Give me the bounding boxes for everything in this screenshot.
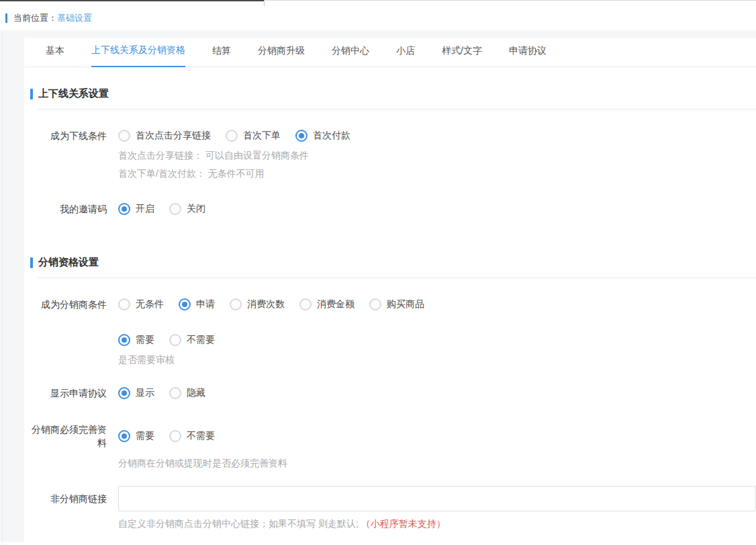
- tab-apply-agreement[interactable]: 申请协议: [509, 45, 547, 67]
- radio-icon: [169, 430, 181, 442]
- row-become-distributor-condition: 成为分销商条件 无条件 申请 消费次数 消费金额: [24, 298, 756, 311]
- radio-invite-off[interactable]: 关闭: [169, 203, 205, 215]
- radio-agreement-hide[interactable]: 隐藏: [169, 387, 205, 399]
- radio-group-need-audit: 需要 不需要: [118, 334, 230, 346]
- settings-card: 基本 上下线关系及分销资格 结算 分销商升级 分销中心 小店 样式/文字 申请协…: [24, 38, 756, 542]
- radio-first-payment[interactable]: 首次付款: [295, 130, 350, 142]
- radio-icon-checked: [295, 130, 308, 142]
- radio-icon: [226, 130, 238, 142]
- top-tick: [264, 0, 265, 6]
- radio-icon: [230, 298, 242, 310]
- section-accent-bar: [30, 257, 33, 268]
- radio-label: 需要: [136, 334, 154, 346]
- radio-icon-checked: [179, 298, 191, 310]
- radio-label: 首次付款: [313, 130, 350, 142]
- radio-label: 首次下单: [243, 130, 281, 142]
- radio-icon: [118, 130, 130, 142]
- radio-label: 无条件: [136, 298, 164, 310]
- radio-no-condition[interactable]: 无条件: [118, 298, 164, 310]
- help-first-order-pay: 首次下单/首次付款： 无条件不可用: [118, 167, 756, 180]
- radio-label: 隐藏: [187, 387, 205, 399]
- radio-group-complete-profile: 需要 不需要: [118, 430, 230, 442]
- radio-label: 关闭: [187, 203, 205, 215]
- section-divider: [38, 278, 756, 278]
- row-label: 我的邀请码: [24, 202, 118, 216]
- radio-icon-checked: [118, 387, 130, 399]
- radio-icon: [169, 334, 181, 346]
- section-title-updown-relation: 上下线关系设置: [30, 87, 756, 100]
- radio-consume-times[interactable]: 消费次数: [230, 298, 285, 310]
- radio-icon: [169, 387, 181, 399]
- radio-group-invite-code: 开启 关闭: [118, 203, 220, 215]
- section-title-text: 上下线关系设置: [38, 87, 109, 100]
- row-distributor-complete-profile: 分销商必须完善资料 需要 不需要: [24, 423, 756, 450]
- section-divider: [38, 109, 756, 110]
- row-label: 非分销商链接: [24, 492, 118, 505]
- tab-shop[interactable]: 小店: [396, 45, 415, 67]
- row-non-distributor-link: 非分销商链接: [24, 486, 756, 511]
- top-dark-line: [0, 0, 264, 1]
- radio-label: 需要: [136, 430, 154, 442]
- radio-audit-no-need[interactable]: 不需要: [169, 334, 215, 346]
- radio-icon: [169, 203, 181, 215]
- radio-label: 购买商品: [387, 298, 424, 310]
- radio-group-show-agreement: 显示 隐藏: [118, 387, 220, 399]
- non-distributor-link-input[interactable]: [118, 486, 756, 511]
- breadcrumb-accent-bar: [5, 13, 7, 23]
- tab-style-text[interactable]: 样式/文字: [442, 45, 482, 67]
- radio-icon: [299, 298, 312, 310]
- breadcrumb: 当前位置： 基础设置: [0, 6, 756, 30]
- help-first-click: 首次点击分享链接： 可以自由设置分销商条件: [118, 149, 756, 162]
- help-normal-text: 自定义非分销商点击分销中心链接；如果不填写 则走默认;: [118, 518, 359, 529]
- row-label: 成为分销商条件: [24, 298, 118, 311]
- radio-profile-no-need[interactable]: 不需要: [169, 430, 215, 442]
- radio-audit-need[interactable]: 需要: [118, 334, 154, 346]
- radio-invite-on[interactable]: 开启: [118, 203, 154, 215]
- row-my-invite-code: 我的邀请码 开启 关闭: [24, 202, 756, 216]
- radio-icon: [118, 298, 130, 310]
- section-title-text: 分销资格设置: [38, 256, 99, 269]
- radio-apply[interactable]: 申请: [179, 298, 215, 310]
- top-strip: [0, 0, 756, 6]
- row-show-apply-agreement: 显示申请协议 显示 隐藏: [24, 386, 756, 400]
- section-accent-bar: [30, 89, 33, 99]
- radio-label: 开启: [136, 203, 154, 215]
- help-need-audit: 是否需要审核: [118, 353, 756, 366]
- breadcrumb-link-basic-settings[interactable]: 基础设置: [57, 12, 92, 24]
- help-red-note: （小程序暂未支持）: [361, 518, 446, 529]
- tab-updown-qualification[interactable]: 上下线关系及分销资格: [91, 44, 185, 67]
- radio-first-order[interactable]: 首次下单: [226, 130, 281, 142]
- tab-distribution-center[interactable]: 分销中心: [332, 45, 369, 67]
- help-complete-profile: 分销商在分销或提现时是否必须完善资料: [118, 456, 756, 470]
- radio-first-click-share-link[interactable]: 首次点击分享链接: [118, 130, 211, 142]
- page: 当前位置： 基础设置 基本 上下线关系及分销资格 结算 分销商升级 分销中心 小…: [0, 0, 756, 545]
- row-need-audit: 需要 不需要: [24, 334, 756, 346]
- radio-label: 消费金额: [317, 298, 355, 310]
- left-edge-line: [2, 30, 3, 545]
- tab-basic[interactable]: 基本: [46, 45, 64, 67]
- row-label: 显示申请协议: [24, 386, 118, 400]
- radio-profile-need[interactable]: 需要: [118, 430, 154, 442]
- tab-settlement[interactable]: 结算: [212, 45, 231, 67]
- radio-agreement-show[interactable]: 显示: [118, 387, 154, 399]
- tab-bar: 基本 上下线关系及分销资格 结算 分销商升级 分销中心 小店 样式/文字 申请协…: [24, 44, 756, 67]
- radio-icon-checked: [118, 203, 130, 215]
- help-non-distributor-link: 自定义非分销商点击分销中心链接；如果不填写 则走默认; （小程序暂未支持）: [118, 517, 756, 530]
- radio-icon: [369, 298, 381, 310]
- row-label: 分销商必须完善资料: [24, 423, 118, 450]
- radio-label: 申请: [196, 298, 215, 310]
- row-become-downline-condition: 成为下线条件 首次点击分享链接 首次下单 首次付款: [24, 129, 756, 142]
- radio-group-distributor-condition: 无条件 申请 消费次数 消费金额 购买商品: [118, 298, 439, 310]
- radio-group-downline-condition: 首次点击分享链接 首次下单 首次付款: [118, 130, 365, 142]
- radio-label: 不需要: [187, 334, 215, 346]
- radio-label: 显示: [136, 387, 154, 399]
- section-title-distribution-qualification: 分销资格设置: [30, 256, 756, 269]
- radio-label: 首次点击分享链接: [136, 130, 211, 142]
- tab-distributor-upgrade[interactable]: 分销商升级: [258, 45, 305, 67]
- radio-consume-amount[interactable]: 消费金额: [299, 298, 355, 310]
- breadcrumb-label: 当前位置：: [13, 12, 57, 24]
- row-label: 成为下线条件: [24, 129, 118, 142]
- radio-buy-product[interactable]: 购买商品: [369, 298, 424, 310]
- radio-icon-checked: [118, 430, 130, 442]
- radio-icon-checked: [118, 334, 130, 346]
